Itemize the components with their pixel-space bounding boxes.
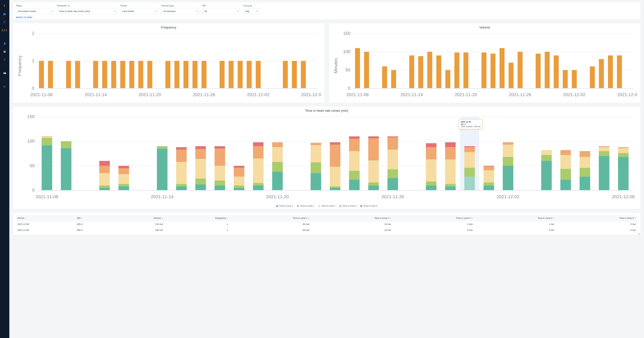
- period-label: Period: [120, 4, 158, 7]
- svg-rect-151: [368, 161, 379, 182]
- svg-rect-57: [464, 53, 468, 88]
- svg-text:0: 0: [32, 86, 34, 91]
- svg-rect-187: [560, 169, 571, 179]
- legend-zone-2[interactable]: Time in zone 2: [297, 205, 314, 207]
- session-type-select[interactable]: All sessions▾: [161, 8, 199, 14]
- svg-text:2: 2: [32, 31, 34, 36]
- svg-rect-65: [554, 55, 559, 88]
- svg-rect-103: [118, 166, 129, 168]
- sort-icon: ⇅: [81, 217, 83, 219]
- chart-tooltip: 2021-11-30 MD-4 Time in zone 1: 60 min: [459, 119, 483, 129]
- svg-rect-67: [572, 70, 577, 88]
- svg-rect-181: [503, 145, 513, 157]
- svg-rect-173: [464, 146, 475, 147]
- svg-rect-191: [580, 168, 590, 176]
- svg-text:2021-12-02: 2021-12-02: [563, 92, 586, 97]
- parameter-select[interactable]: Time in heart rate zones (min)▾: [57, 8, 117, 14]
- svg-rect-122: [234, 185, 244, 188]
- svg-text:2021-12-02: 2021-12-02: [497, 194, 519, 199]
- svg-rect-10: [75, 61, 80, 88]
- svg-rect-198: [618, 157, 628, 190]
- volume-chart[interactable]: 050100150Minutes2021-11-082021-11-142021…: [332, 31, 637, 100]
- player-select[interactable]: Amundsen Andris▾: [16, 8, 54, 14]
- svg-rect-160: [426, 181, 436, 185]
- frequency-chart[interactable]: 012Frequency2021-11-082021-11-142021-11-…: [16, 31, 321, 100]
- svg-rect-52: [418, 56, 423, 88]
- svg-text:2021-11-26: 2021-11-26: [509, 92, 531, 97]
- col-time-in-zone-2[interactable]: Time in zone 2⇅: [311, 215, 392, 221]
- svg-rect-144: [349, 179, 360, 190]
- svg-rect-91: [42, 136, 52, 137]
- svg-text:2021-11-20: 2021-11-20: [266, 194, 289, 199]
- svg-rect-96: [99, 173, 110, 185]
- svg-rect-138: [311, 143, 321, 145]
- col-time-in-zone-5[interactable]: Time in zone 5⇅: [556, 215, 637, 221]
- svg-rect-19: [174, 61, 180, 88]
- svg-text:2021-11-14: 2021-11-14: [151, 194, 174, 199]
- col-frequency[interactable]: Frequency⇅: [164, 215, 230, 221]
- player-label: Player: [16, 4, 54, 7]
- svg-rect-17: [147, 61, 152, 88]
- period-select[interactable]: Last month▾: [120, 8, 158, 14]
- svg-rect-55: [445, 70, 450, 88]
- nav-run[interactable]: 🏃›: [0, 2, 9, 10]
- col-period[interactable]: Period▾: [16, 215, 76, 221]
- nav-people[interactable]: 👥›: [0, 10, 9, 18]
- svg-rect-192: [580, 157, 590, 168]
- svg-rect-28: [283, 61, 288, 88]
- table-row[interactable]: 2021-11-08MD+2110 min192 min15 min2 min1…: [16, 221, 637, 227]
- sort-icon: ▾: [24, 217, 26, 219]
- legend-zone-4[interactable]: Time in zone 4: [339, 205, 356, 207]
- svg-text:50: 50: [30, 163, 34, 168]
- nav-checklist[interactable]: ☑: [0, 56, 9, 64]
- svg-text:100: 100: [343, 49, 350, 54]
- nav-library[interactable]: 📚: [0, 47, 9, 56]
- col-volume[interactable]: Volume⇅: [113, 215, 164, 221]
- col-time-in-zone-3[interactable]: Time in zone 3⇅: [392, 215, 474, 221]
- legend-zone-5[interactable]: Time in zone 5: [360, 205, 377, 207]
- session-type-label: Session type: [161, 4, 199, 7]
- table-row[interactable]: 2021-11-09MD-4100 min186 min14 min0 min0…: [16, 227, 637, 233]
- svg-rect-126: [253, 185, 264, 190]
- svg-rect-125: [234, 166, 244, 168]
- svg-rect-133: [272, 147, 283, 162]
- svg-text:Frequency: Frequency: [17, 55, 22, 76]
- svg-text:150: 150: [343, 31, 350, 36]
- group-by-select[interactable]: Day▾: [243, 8, 259, 14]
- col-md[interactable]: MD⇅: [76, 215, 112, 221]
- svg-rect-130: [253, 142, 264, 146]
- svg-rect-68: [590, 66, 595, 88]
- svg-rect-171: [464, 152, 475, 168]
- svg-rect-111: [195, 184, 206, 190]
- sort-icon: ⇅: [162, 217, 163, 219]
- nav-id[interactable]: 🪪: [0, 69, 9, 77]
- nav-balance[interactable]: ⚖›: [0, 83, 9, 91]
- svg-text:100: 100: [27, 139, 35, 144]
- svg-rect-137: [311, 145, 321, 163]
- svg-rect-109: [176, 150, 187, 162]
- nav-user[interactable]: 👤: [0, 39, 9, 47]
- zones-chart[interactable]: 0501001502021-11-082021-11-142021-11-202…: [16, 114, 637, 203]
- frequency-title: Frequency: [16, 26, 321, 29]
- svg-rect-119: [214, 149, 225, 166]
- md-select[interactable]: All▾: [202, 8, 240, 14]
- legend-zone-3[interactable]: Time in zone 3: [318, 205, 335, 207]
- nav-analytics[interactable]: ❙❙❙›: [0, 26, 9, 34]
- nav-list[interactable]: ☰›: [0, 18, 9, 26]
- side-nav: 🏃› 👥› ☰› ❙❙❙› 👤 📚 ☑ 🪪 ⚖›: [0, 0, 9, 338]
- volume-panel: Volume 050100150Minutes2021-11-082021-11…: [329, 23, 641, 103]
- svg-rect-121: [234, 188, 244, 190]
- col-time-in-zone-1[interactable]: Time in zone 1⇅: [229, 215, 311, 221]
- col-time-in-zone-4[interactable]: Time in zone 4⇅: [474, 215, 556, 221]
- svg-rect-51: [409, 55, 414, 88]
- sort-icon: ⇅: [308, 217, 310, 219]
- svg-rect-117: [214, 180, 225, 185]
- svg-rect-53: [427, 52, 432, 88]
- resize-handle-icon[interactable]: ◢: [638, 232, 640, 234]
- reset-filters-button[interactable]: RESET FILTERS: [16, 16, 637, 18]
- info-icon[interactable]: i: [68, 5, 70, 7]
- svg-rect-176: [484, 170, 494, 182]
- svg-rect-113: [195, 159, 206, 178]
- svg-rect-47: [355, 48, 360, 88]
- legend-zone-1[interactable]: Time in zone 1: [276, 205, 293, 207]
